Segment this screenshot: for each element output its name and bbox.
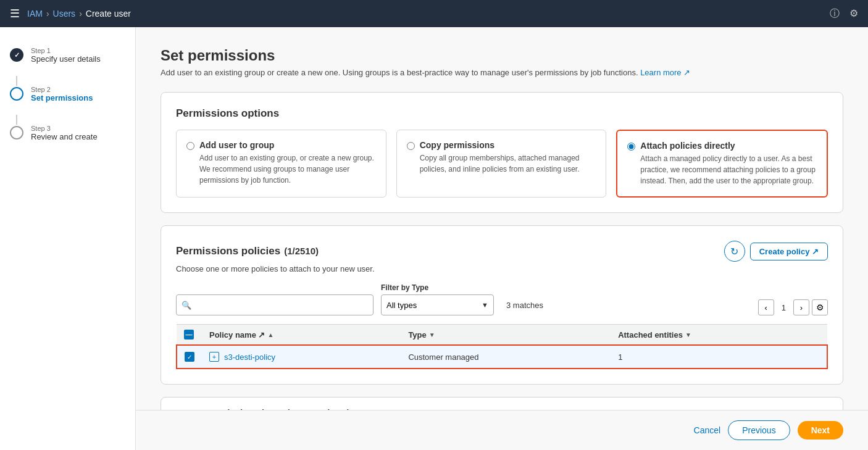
permissions-policies-card: Permissions policies (1/2510) ↻ Create p…	[161, 225, 843, 385]
sidebar-step-3: Step 3 Review and create	[10, 125, 125, 141]
page-title: Set permissions	[161, 47, 843, 64]
sidebar-step-2: Step 2 Set permissions	[10, 86, 125, 102]
cancel-button[interactable]: Cancel	[694, 425, 721, 435]
sidebar: ✓ Step 1 Specify user details Step 2 Set…	[0, 27, 136, 450]
breadcrumb-iam[interactable]: IAM	[27, 9, 43, 19]
type-select[interactable]: All types AWS managed Customer managed A…	[386, 301, 488, 310]
policy-name-link[interactable]: s3-desti-policy	[224, 352, 275, 362]
type-filter-group: Filter by Type All types AWS managed Cus…	[381, 283, 494, 315]
type-sort-icon: ▼	[429, 331, 435, 338]
step-connector-2	[16, 115, 17, 125]
option-add-to-group[interactable]: Add user to group Add user to an existin…	[176, 130, 386, 198]
page-subtitle: Add user to an existing group or create …	[161, 68, 843, 77]
step-2-circle	[10, 87, 23, 101]
sidebar-step-1: ✓ Step 1 Specify user details	[10, 47, 125, 64]
next-page-button[interactable]: ›	[793, 299, 809, 315]
option-add-to-group-title: Add user to group	[199, 140, 376, 150]
policy-table: — Policy name ↗ ▲ Type	[176, 324, 828, 369]
step-2-num: Step 2	[31, 86, 93, 93]
option-copy-permissions-desc: Copy all group memberships, attached man…	[420, 152, 596, 175]
refresh-button[interactable]: ↻	[724, 241, 745, 262]
step-2-name: Set permissions	[31, 93, 93, 102]
breadcrumb-current: Create user	[86, 9, 131, 19]
row-attached-cell: 1	[611, 345, 827, 369]
type-select-wrapper[interactable]: All types AWS managed Customer managed A…	[381, 294, 494, 315]
step-3-num: Step 3	[31, 125, 98, 132]
option-attach-policies-radio[interactable]	[627, 143, 635, 151]
row-name-cell: + s3-desti-policy	[202, 345, 401, 369]
next-button[interactable]: Next	[798, 421, 843, 440]
step-1-num: Step 1	[31, 47, 101, 54]
policy-actions: ↻ Create policy ↗	[724, 241, 828, 262]
info-icon[interactable]: ⓘ	[830, 7, 840, 20]
topnav: ☰ IAM › Users › Create user ⓘ ⚙	[0, 0, 868, 27]
policies-title: Permissions policies	[176, 245, 280, 257]
topnav-icons: ⓘ ⚙	[830, 7, 858, 20]
breadcrumb: IAM › Users › Create user	[27, 9, 131, 19]
menu-icon[interactable]: ☰	[10, 7, 20, 20]
permissions-options-card: Permissions options Add user to group Ad…	[161, 92, 843, 213]
pagination: ‹ 1 › ⚙	[758, 299, 828, 315]
policies-count: (1/2510)	[284, 246, 319, 256]
th-type[interactable]: Type ▼	[401, 325, 611, 346]
filter-row: 🔍 Filter by Type All types AWS managed C…	[176, 283, 828, 315]
step-1-name: Specify user details	[31, 54, 101, 64]
page-number: 1	[777, 303, 791, 312]
permissions-boundary-card: ▶ Set permissions boundary - optional	[161, 397, 843, 410]
permissions-options-title: Permissions options	[176, 107, 828, 120]
page-layout: ✓ Step 1 Specify user details Step 2 Set…	[0, 27, 868, 450]
row-expand-icon[interactable]: +	[209, 352, 219, 362]
breadcrumb-sep-1: ›	[46, 9, 49, 19]
table-row: ✓ + s3-desti-policy Customer managed 1	[177, 345, 827, 369]
row-checkbox-cell: ✓	[177, 345, 202, 369]
policies-header: Permissions policies (1/2510) ↻ Create p…	[176, 241, 828, 262]
matches-count: 3 matches	[506, 301, 543, 310]
step-connector-1	[16, 76, 17, 86]
previous-button[interactable]: Previous	[728, 420, 790, 440]
settings-icon[interactable]: ⚙	[849, 7, 858, 20]
search-box[interactable]: 🔍	[176, 294, 373, 315]
row-type-cell: Customer managed	[401, 345, 611, 369]
step-3-circle	[10, 126, 23, 140]
step-1-circle: ✓	[10, 48, 23, 62]
table-settings-button[interactable]: ⚙	[812, 299, 828, 315]
option-copy-permissions[interactable]: Copy permissions Copy all group membersh…	[396, 130, 607, 198]
option-copy-permissions-title: Copy permissions	[420, 140, 596, 150]
option-copy-permissions-radio[interactable]	[407, 142, 415, 150]
create-policy-button[interactable]: Create policy ↗	[750, 243, 828, 260]
option-add-to-group-radio[interactable]	[186, 142, 194, 150]
breadcrumb-users[interactable]: Users	[53, 9, 76, 19]
row-checkbox[interactable]: ✓	[185, 352, 194, 362]
prev-page-button[interactable]: ‹	[758, 299, 774, 315]
option-attach-policies[interactable]: Attach policies directly Attach a manage…	[616, 130, 828, 198]
th-checkbox: —	[177, 325, 202, 346]
permissions-options-list: Add user to group Add user to an existin…	[176, 130, 828, 198]
step-3-name: Review and create	[31, 132, 98, 141]
th-policy-name[interactable]: Policy name ↗ ▲	[202, 325, 401, 346]
option-attach-policies-desc: Attach a managed policy directly to a us…	[640, 153, 817, 186]
option-attach-policies-title: Attach policies directly	[640, 141, 817, 151]
filter-label: Filter by Type	[381, 283, 494, 292]
main-content: Set permissions Add user to an existing …	[136, 27, 868, 410]
sort-icon: ▲	[267, 331, 273, 338]
footer: Cancel Previous Next	[136, 410, 868, 450]
option-add-to-group-desc: Add user to an existing group, or create…	[199, 152, 376, 186]
policies-subtitle: Choose one or more policies to attach to…	[176, 264, 828, 273]
learn-more-link[interactable]: Learn more ↗	[640, 68, 690, 77]
breadcrumb-sep-2: ›	[79, 9, 82, 19]
search-icon: 🔍	[182, 301, 191, 310]
search-group: 🔍	[176, 294, 373, 315]
select-all-checkbox[interactable]: —	[184, 330, 194, 340]
th-attached[interactable]: Attached entities ▼	[611, 325, 827, 346]
search-input[interactable]	[195, 301, 368, 310]
attached-sort-icon: ▼	[685, 331, 691, 338]
